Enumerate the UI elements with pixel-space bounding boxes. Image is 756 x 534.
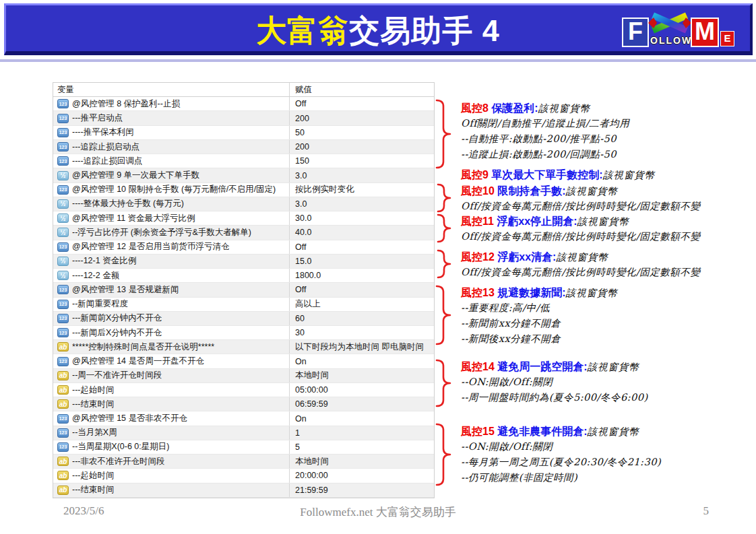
param-value[interactable]: 60	[290, 314, 434, 323]
param-name: ---新闻后X分钟内不开仓	[72, 327, 162, 339]
table-row[interactable]: 123 @风控管理 15 是否非农不开仓 On	[53, 411, 434, 426]
table-row[interactable]: ab ---起始时间 05:00:00	[53, 383, 434, 397]
annotation-line: --重要程度:高/中/低	[461, 300, 618, 316]
param-type-icon-123: 123	[57, 242, 69, 252]
annotation-line: --ON:開啟/Off:關閉	[461, 374, 648, 390]
param-value[interactable]: On	[290, 414, 434, 424]
param-name-cell: ½ @风控管理 11 资金最大浮亏比例	[53, 211, 290, 225]
table-row[interactable]: 123 ---新闻前X分钟内不开仓 60	[53, 312, 434, 326]
table-row[interactable]: ab ---起始时间 20:00:00	[53, 469, 434, 483]
table-row[interactable]: ½ ----整体最大持仓手数 (每万元) 3.0	[53, 197, 434, 211]
param-value[interactable]: 本地时间	[290, 456, 434, 467]
param-value[interactable]: 20:00:00	[290, 471, 434, 480]
param-value[interactable]: 以下时段均为本地时间 即电脑时间	[290, 341, 434, 353]
param-value[interactable]: Off	[290, 242, 434, 252]
param-value[interactable]: 按比例实时变化	[290, 184, 434, 195]
param-value[interactable]: 150	[290, 156, 434, 166]
param-name: ---结束时间	[72, 399, 115, 410]
param-value[interactable]: 3.0	[290, 199, 434, 209]
slide: 大富翁交易助手 4 F OLLOW M E	[0, 0, 756, 534]
param-name: ---非农不准许开仓时间段	[72, 456, 165, 467]
param-type-icon-half: ½	[57, 257, 69, 266]
annotation-scope: 該視窗貨幣	[566, 288, 619, 298]
param-value[interactable]: Off	[290, 285, 434, 294]
table-row[interactable]: ½ ----12-2 金额 1800.0	[53, 269, 434, 283]
annotation-line: Off/按資金每萬元翻倍/按比例時時變化/固定數額不變	[461, 229, 700, 244]
table-row[interactable]: 123 @风控管理 14 是否周一开盘不开仓 On	[53, 354, 434, 368]
table-row[interactable]: ab ---结束时间 06:59:59	[53, 397, 434, 411]
table-row[interactable]: 123 --当月第X周 1	[53, 426, 434, 440]
param-name: @风控管理 10 限制持仓手数 (每万元翻倍/不启用/固定)	[72, 184, 276, 195]
param-value[interactable]: 1	[290, 428, 434, 438]
table-row[interactable]: ab ---非农不准许开仓时间段 本地时间	[53, 455, 434, 469]
annotation-line: --周一開盤時間約為(夏令5:00/冬令6:00)	[461, 390, 648, 405]
table-header-row: 变量 赋值	[53, 83, 434, 97]
param-name: --当月第X周	[72, 427, 117, 438]
table-row[interactable]: ½ @风控管理 9 单一次最大下单手数 3.0	[53, 168, 434, 182]
param-name: ---推平启动点	[72, 112, 123, 124]
table-row[interactable]: ½ ----12-1 资金比例 15.0	[53, 255, 434, 269]
param-value[interactable]: 3.0	[290, 171, 434, 180]
table-row[interactable]: 123 ----推平保本利闰 50	[53, 126, 434, 140]
annotation-risk-label: 風控9	[461, 169, 491, 180]
table-row[interactable]: ½ @风控管理 11 资金最大浮亏比例 30.0	[53, 211, 434, 226]
right-brace-bracket	[437, 249, 451, 279]
table-row[interactable]: 123 @风控管理 13 是否规避新闻 Off	[53, 283, 434, 297]
param-value[interactable]: 21:59:59	[290, 486, 434, 495]
param-value[interactable]: 30	[290, 328, 434, 337]
param-value[interactable]: 40.0	[290, 228, 434, 237]
param-type-icon-ab: ab	[57, 457, 69, 466]
annotation-scope: 該視窗貨幣	[588, 362, 640, 372]
param-name: ---追踪止损启动点	[72, 141, 139, 153]
param-value[interactable]: 50	[290, 128, 434, 137]
param-name: ---结束时间	[72, 484, 115, 496]
annotation-line: --新聞後xx分鐘不開倉	[461, 331, 618, 347]
annotation-heading: 風控12 浮虧xx清倉:該視窗貨幣	[461, 250, 700, 265]
param-type-icon-ab: ab	[57, 486, 69, 495]
param-value[interactable]: 30.0	[290, 213, 434, 223]
column-header-variable: 变量	[53, 83, 290, 96]
param-type-icon-123: 123	[57, 99, 69, 108]
param-name-cell: 123 ---推平启动点	[53, 111, 290, 125]
table-row[interactable]: ab --周一不准许开仓时间段 本地时间	[53, 369, 434, 383]
annotation-line: --仍可能調整(非固定時間)	[461, 470, 661, 486]
param-type-icon-ab: ab	[57, 399, 69, 409]
table-row[interactable]: 123 ---新闻后X分钟内不开仓 30	[53, 326, 434, 340]
param-value[interactable]: 5	[290, 442, 434, 452]
param-type-icon-123: 123	[57, 428, 69, 438]
param-value[interactable]: On	[290, 357, 434, 366]
table-row[interactable]: 123 @风控管理 10 限制持仓手数 (每万元翻倍/不启用/固定) 按比例实时…	[53, 183, 434, 197]
table-row[interactable]: 123 --新闻重要程度 高以上	[53, 298, 434, 312]
param-value[interactable]: Off	[290, 99, 434, 108]
table-row[interactable]: 123 ---追踪止损启动点 200	[53, 140, 434, 154]
param-name: ---起始时间	[72, 385, 115, 396]
param-value[interactable]: 200	[290, 114, 434, 123]
param-name-cell: ½ ----整体最大持仓手数 (每万元)	[53, 197, 290, 211]
param-value[interactable]: 05:00:00	[290, 385, 434, 395]
param-name: @风控管理 9 单一次最大下单手数	[72, 170, 199, 181]
param-value[interactable]: 06:59:59	[290, 399, 434, 409]
param-value[interactable]: 200	[290, 142, 434, 152]
param-value[interactable]: 高以上	[290, 298, 434, 310]
table-row[interactable]: 123 ----追踪止损回调点 150	[53, 154, 434, 168]
table-row[interactable]: ab *****控制特殊时间点是否开仓说明***** 以下时段均为本地时间 即电…	[53, 340, 434, 354]
param-type-icon-123: 123	[57, 442, 69, 452]
annotation-scope: 該視窗貨幣	[588, 426, 640, 437]
table-row[interactable]: 123 --当周星期X(0-6 0:星期日) 5	[53, 440, 434, 455]
table-row[interactable]: 123 ---推平启动点 200	[53, 111, 434, 125]
param-value[interactable]: 本地时间	[290, 370, 434, 381]
param-type-icon-123: 123	[57, 185, 69, 195]
table-row[interactable]: 123 @风控管理 8 保护盈利--止损 Off	[53, 97, 434, 111]
table-row[interactable]: ½ --浮亏占比停开 (剩余资金予浮亏&手数大者解单) 40.0	[53, 226, 434, 240]
param-type-icon-123: 123	[57, 142, 69, 152]
annotation-heading: 風控11 浮虧xx停止開倉:該視窗貨幣	[461, 214, 700, 229]
logo-letters-ollow: OLLOW	[650, 35, 692, 46]
param-type-icon-123: 123	[57, 300, 69, 309]
annotation-line: Off/按資金每萬元翻倍/按比例時時變化/固定數額不變	[461, 265, 700, 280]
table-row[interactable]: 123 @风控管理 12 是否启用当前货币浮亏清仓 Off	[53, 240, 434, 255]
param-value[interactable]: 15.0	[290, 257, 434, 266]
table-row[interactable]: ab ---结束时间 21:59:59	[53, 483, 434, 498]
param-name-cell: ab ---非农不准许开仓时间段	[53, 455, 290, 468]
param-value[interactable]: 1800.0	[290, 271, 434, 280]
param-name: --浮亏占比停开 (剩余资金予浮亏&手数大者解单)	[72, 227, 251, 238]
